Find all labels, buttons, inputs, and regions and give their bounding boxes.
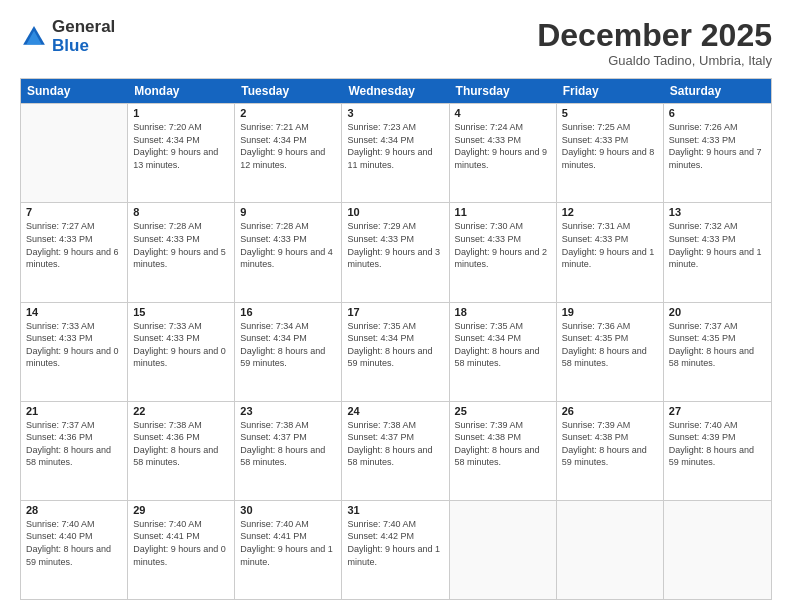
calendar-day-17: 17Sunrise: 7:35 AM Sunset: 4:34 PM Dayli… bbox=[342, 303, 449, 401]
calendar-day-31: 31Sunrise: 7:40 AM Sunset: 4:42 PM Dayli… bbox=[342, 501, 449, 599]
calendar-day-2: 2Sunrise: 7:21 AM Sunset: 4:34 PM Daylig… bbox=[235, 104, 342, 202]
day-info: Sunrise: 7:23 AM Sunset: 4:34 PM Dayligh… bbox=[347, 121, 443, 171]
day-info: Sunrise: 7:33 AM Sunset: 4:33 PM Dayligh… bbox=[133, 320, 229, 370]
day-info: Sunrise: 7:40 AM Sunset: 4:41 PM Dayligh… bbox=[240, 518, 336, 568]
logo-text: General Blue bbox=[52, 18, 115, 55]
day-number: 19 bbox=[562, 306, 658, 318]
day-number: 28 bbox=[26, 504, 122, 516]
calendar-day-24: 24Sunrise: 7:38 AM Sunset: 4:37 PM Dayli… bbox=[342, 402, 449, 500]
calendar-empty-cell bbox=[557, 501, 664, 599]
day-number: 24 bbox=[347, 405, 443, 417]
day-info: Sunrise: 7:39 AM Sunset: 4:38 PM Dayligh… bbox=[562, 419, 658, 469]
calendar-day-11: 11Sunrise: 7:30 AM Sunset: 4:33 PM Dayli… bbox=[450, 203, 557, 301]
page: General Blue December 2025 Gualdo Tadino… bbox=[0, 0, 792, 612]
day-info: Sunrise: 7:20 AM Sunset: 4:34 PM Dayligh… bbox=[133, 121, 229, 171]
day-info: Sunrise: 7:40 AM Sunset: 4:42 PM Dayligh… bbox=[347, 518, 443, 568]
calendar-week-3: 14Sunrise: 7:33 AM Sunset: 4:33 PM Dayli… bbox=[21, 302, 771, 401]
day-number: 30 bbox=[240, 504, 336, 516]
calendar-day-6: 6Sunrise: 7:26 AM Sunset: 4:33 PM Daylig… bbox=[664, 104, 771, 202]
day-number: 10 bbox=[347, 206, 443, 218]
calendar-day-5: 5Sunrise: 7:25 AM Sunset: 4:33 PM Daylig… bbox=[557, 104, 664, 202]
calendar-day-19: 19Sunrise: 7:36 AM Sunset: 4:35 PM Dayli… bbox=[557, 303, 664, 401]
calendar-day-3: 3Sunrise: 7:23 AM Sunset: 4:34 PM Daylig… bbox=[342, 104, 449, 202]
day-number: 27 bbox=[669, 405, 766, 417]
title-block: December 2025 Gualdo Tadino, Umbria, Ita… bbox=[537, 18, 772, 68]
day-info: Sunrise: 7:39 AM Sunset: 4:38 PM Dayligh… bbox=[455, 419, 551, 469]
day-number: 25 bbox=[455, 405, 551, 417]
day-info: Sunrise: 7:34 AM Sunset: 4:34 PM Dayligh… bbox=[240, 320, 336, 370]
day-info: Sunrise: 7:27 AM Sunset: 4:33 PM Dayligh… bbox=[26, 220, 122, 270]
day-info: Sunrise: 7:40 AM Sunset: 4:40 PM Dayligh… bbox=[26, 518, 122, 568]
calendar-day-7: 7Sunrise: 7:27 AM Sunset: 4:33 PM Daylig… bbox=[21, 203, 128, 301]
day-info: Sunrise: 7:37 AM Sunset: 4:35 PM Dayligh… bbox=[669, 320, 766, 370]
day-info: Sunrise: 7:33 AM Sunset: 4:33 PM Dayligh… bbox=[26, 320, 122, 370]
day-number: 31 bbox=[347, 504, 443, 516]
calendar-day-27: 27Sunrise: 7:40 AM Sunset: 4:39 PM Dayli… bbox=[664, 402, 771, 500]
calendar-day-26: 26Sunrise: 7:39 AM Sunset: 4:38 PM Dayli… bbox=[557, 402, 664, 500]
day-info: Sunrise: 7:24 AM Sunset: 4:33 PM Dayligh… bbox=[455, 121, 551, 171]
calendar-day-25: 25Sunrise: 7:39 AM Sunset: 4:38 PM Dayli… bbox=[450, 402, 557, 500]
day-info: Sunrise: 7:28 AM Sunset: 4:33 PM Dayligh… bbox=[240, 220, 336, 270]
day-number: 20 bbox=[669, 306, 766, 318]
calendar-day-30: 30Sunrise: 7:40 AM Sunset: 4:41 PM Dayli… bbox=[235, 501, 342, 599]
calendar-day-23: 23Sunrise: 7:38 AM Sunset: 4:37 PM Dayli… bbox=[235, 402, 342, 500]
logo-general: General bbox=[52, 18, 115, 37]
day-info: Sunrise: 7:26 AM Sunset: 4:33 PM Dayligh… bbox=[669, 121, 766, 171]
calendar: SundayMondayTuesdayWednesdayThursdayFrid… bbox=[20, 78, 772, 600]
header-day-saturday: Saturday bbox=[664, 79, 771, 103]
header-day-friday: Friday bbox=[557, 79, 664, 103]
header: General Blue December 2025 Gualdo Tadino… bbox=[20, 18, 772, 68]
header-day-thursday: Thursday bbox=[450, 79, 557, 103]
day-info: Sunrise: 7:38 AM Sunset: 4:36 PM Dayligh… bbox=[133, 419, 229, 469]
day-number: 5 bbox=[562, 107, 658, 119]
logo-icon bbox=[20, 23, 48, 51]
day-number: 8 bbox=[133, 206, 229, 218]
day-info: Sunrise: 7:31 AM Sunset: 4:33 PM Dayligh… bbox=[562, 220, 658, 270]
calendar-day-20: 20Sunrise: 7:37 AM Sunset: 4:35 PM Dayli… bbox=[664, 303, 771, 401]
calendar-day-28: 28Sunrise: 7:40 AM Sunset: 4:40 PM Dayli… bbox=[21, 501, 128, 599]
day-number: 29 bbox=[133, 504, 229, 516]
calendar-day-10: 10Sunrise: 7:29 AM Sunset: 4:33 PM Dayli… bbox=[342, 203, 449, 301]
calendar-day-22: 22Sunrise: 7:38 AM Sunset: 4:36 PM Dayli… bbox=[128, 402, 235, 500]
calendar-day-9: 9Sunrise: 7:28 AM Sunset: 4:33 PM Daylig… bbox=[235, 203, 342, 301]
month-title: December 2025 bbox=[537, 18, 772, 53]
day-info: Sunrise: 7:29 AM Sunset: 4:33 PM Dayligh… bbox=[347, 220, 443, 270]
calendar-week-5: 28Sunrise: 7:40 AM Sunset: 4:40 PM Dayli… bbox=[21, 500, 771, 599]
calendar-day-29: 29Sunrise: 7:40 AM Sunset: 4:41 PM Dayli… bbox=[128, 501, 235, 599]
calendar-day-15: 15Sunrise: 7:33 AM Sunset: 4:33 PM Dayli… bbox=[128, 303, 235, 401]
day-info: Sunrise: 7:30 AM Sunset: 4:33 PM Dayligh… bbox=[455, 220, 551, 270]
calendar-day-1: 1Sunrise: 7:20 AM Sunset: 4:34 PM Daylig… bbox=[128, 104, 235, 202]
calendar-day-16: 16Sunrise: 7:34 AM Sunset: 4:34 PM Dayli… bbox=[235, 303, 342, 401]
day-number: 3 bbox=[347, 107, 443, 119]
day-info: Sunrise: 7:25 AM Sunset: 4:33 PM Dayligh… bbox=[562, 121, 658, 171]
day-number: 17 bbox=[347, 306, 443, 318]
day-number: 22 bbox=[133, 405, 229, 417]
logo: General Blue bbox=[20, 18, 115, 55]
day-number: 16 bbox=[240, 306, 336, 318]
day-info: Sunrise: 7:40 AM Sunset: 4:39 PM Dayligh… bbox=[669, 419, 766, 469]
calendar-day-8: 8Sunrise: 7:28 AM Sunset: 4:33 PM Daylig… bbox=[128, 203, 235, 301]
day-info: Sunrise: 7:35 AM Sunset: 4:34 PM Dayligh… bbox=[455, 320, 551, 370]
day-number: 11 bbox=[455, 206, 551, 218]
location: Gualdo Tadino, Umbria, Italy bbox=[537, 53, 772, 68]
calendar-body: 1Sunrise: 7:20 AM Sunset: 4:34 PM Daylig… bbox=[21, 103, 771, 599]
day-info: Sunrise: 7:40 AM Sunset: 4:41 PM Dayligh… bbox=[133, 518, 229, 568]
day-number: 2 bbox=[240, 107, 336, 119]
day-info: Sunrise: 7:21 AM Sunset: 4:34 PM Dayligh… bbox=[240, 121, 336, 171]
day-info: Sunrise: 7:38 AM Sunset: 4:37 PM Dayligh… bbox=[240, 419, 336, 469]
day-info: Sunrise: 7:28 AM Sunset: 4:33 PM Dayligh… bbox=[133, 220, 229, 270]
day-number: 23 bbox=[240, 405, 336, 417]
day-number: 4 bbox=[455, 107, 551, 119]
calendar-day-14: 14Sunrise: 7:33 AM Sunset: 4:33 PM Dayli… bbox=[21, 303, 128, 401]
day-info: Sunrise: 7:37 AM Sunset: 4:36 PM Dayligh… bbox=[26, 419, 122, 469]
day-number: 12 bbox=[562, 206, 658, 218]
day-number: 9 bbox=[240, 206, 336, 218]
day-number: 14 bbox=[26, 306, 122, 318]
calendar-day-4: 4Sunrise: 7:24 AM Sunset: 4:33 PM Daylig… bbox=[450, 104, 557, 202]
calendar-week-1: 1Sunrise: 7:20 AM Sunset: 4:34 PM Daylig… bbox=[21, 103, 771, 202]
calendar-header: SundayMondayTuesdayWednesdayThursdayFrid… bbox=[21, 79, 771, 103]
calendar-day-18: 18Sunrise: 7:35 AM Sunset: 4:34 PM Dayli… bbox=[450, 303, 557, 401]
day-number: 21 bbox=[26, 405, 122, 417]
day-number: 7 bbox=[26, 206, 122, 218]
calendar-day-21: 21Sunrise: 7:37 AM Sunset: 4:36 PM Dayli… bbox=[21, 402, 128, 500]
